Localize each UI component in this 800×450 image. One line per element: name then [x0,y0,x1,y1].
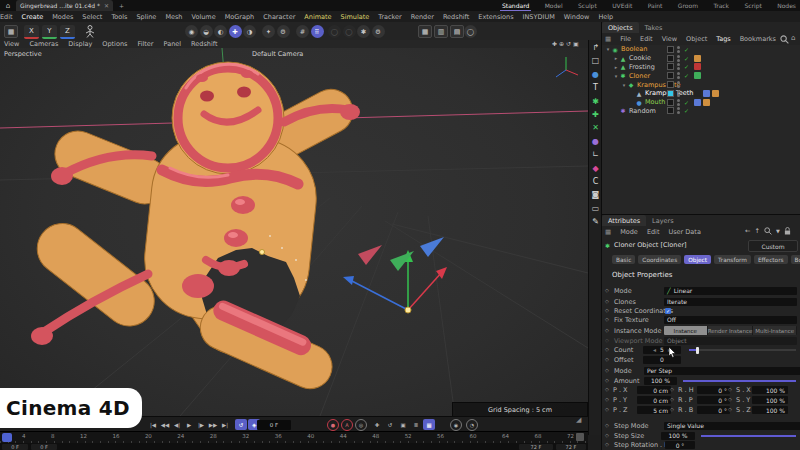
tag-swatch[interactable] [694,99,701,106]
enabled-check-icon[interactable]: ✓ [684,63,689,70]
viewport-menu-item[interactable]: Cameras [29,40,58,48]
mode-dropdown[interactable]: ╱ Linear [664,287,797,295]
count-slider[interactable] [689,349,796,351]
visibility-dots[interactable] [677,46,680,53]
tree-row[interactable]: ▸ ▲ Frosting ✓ [602,63,800,72]
step-mode-dropdown[interactable]: Single Value [664,422,800,430]
tag-swatch[interactable] [703,107,710,114]
visibility-dots[interactable] [677,55,680,62]
key-diamond-icon[interactable]: ◇ [605,298,609,304]
layer-checkbox[interactable] [667,72,674,79]
tag-swatch[interactable] [712,72,719,79]
attr-menu-userdata[interactable]: User Data [668,228,700,236]
side-tool-icon[interactable]: ✚ [592,110,599,120]
menu-item[interactable]: Extensions [478,13,513,21]
key-diamond-icon[interactable]: ◇ [605,327,609,333]
lock-icon[interactable] [784,227,791,235]
visibility-dots[interactable] [677,90,680,97]
key-diamond-icon[interactable]: ◇ [670,396,674,402]
tree-row[interactable]: ▸ ▲ Cookie ✓ [602,54,800,63]
playback-toggle-icon[interactable]: ↺ [235,419,247,430]
per-step-dropdown[interactable]: Per Step [644,367,800,375]
objects-menu-tags[interactable]: Tags [716,35,730,43]
viewport-menu-item[interactable]: Redshift [191,40,217,48]
menu-item[interactable]: Character [263,13,295,21]
position-field[interactable]: 0 cm [637,386,671,394]
tag-swatch[interactable] [712,90,719,97]
tag-swatch[interactable] [712,99,719,106]
3d-viewport[interactable]: Perspective Default Camera Grid Spacing … [0,48,588,416]
tag-swatch[interactable] [703,55,710,62]
enabled-check-icon[interactable]: ✓ [684,99,689,106]
key-diamond-icon[interactable]: ◇ [670,386,674,392]
attr-menu-edit[interactable]: Edit [647,228,660,236]
visibility-dots[interactable] [677,63,680,70]
key-diamond-icon[interactable]: ◇ [605,367,609,373]
mode-box-icon[interactable]: ▦ [605,228,611,236]
move-gizmo[interactable] [343,237,447,313]
workspace-tab[interactable]: Sculpt [576,1,599,10]
tool-icon[interactable]: ⚙ [372,25,385,38]
key-diamond-icon[interactable]: ◇ [728,386,732,392]
instance-option[interactable]: Instance [664,326,708,335]
key-diamond-icon[interactable]: ◇ [670,406,674,412]
close-tab-icon[interactable]: ✕ [104,2,109,9]
range-end-handle[interactable] [576,433,584,441]
side-tool-icon[interactable]: ● [592,137,599,147]
tree-row[interactable]: ▲ Krampus Teeth [602,89,800,98]
tag-swatch[interactable] [703,46,710,53]
layout-icon[interactable]: ▦ [4,25,18,38]
viewport-menu-item[interactable]: Filter [137,40,153,48]
decrement-icon[interactable]: ◂ [653,346,656,353]
tree-row[interactable]: ● Mouth ✓ [602,98,800,107]
amount-slider[interactable] [683,380,796,382]
objects-menu-view[interactable]: View [662,35,677,43]
solo-icon[interactable]: ◉ [450,419,462,431]
side-tool-icon[interactable]: ∟ [592,150,599,160]
layer-checkbox[interactable] [667,107,674,114]
back-arrow-icon[interactable]: ← [745,227,750,235]
layer-checkbox[interactable] [667,90,674,97]
transport-button[interactable]: ▶| [219,419,231,430]
document-tab[interactable]: Gingerbread ...ite 01.c4d * ✕ [16,0,113,11]
layer-checkbox[interactable] [667,99,674,106]
keying-toggle-icon[interactable]: ≣ [410,419,422,430]
attr-menu-mode[interactable]: Mode [620,228,638,236]
menu-item[interactable]: MoGraph [225,13,255,21]
workspace-tab[interactable]: Paint [646,1,665,10]
objects-menu-bookmarks[interactable]: Bookmarks [740,35,776,43]
position-field[interactable]: 0 cm [637,396,671,404]
transport-button[interactable]: ▶ [183,419,195,430]
key-diamond-icon[interactable]: ◇ [605,316,609,322]
transport-button[interactable]: ◀| [171,419,183,430]
object-name[interactable]: Random [627,107,656,115]
tag-swatch[interactable] [694,55,701,62]
side-tool-icon[interactable]: □ [592,56,600,66]
key-diamond-icon[interactable]: ◇ [605,287,609,293]
section-tab[interactable]: Object [684,255,711,264]
tag-swatch[interactable] [703,81,710,88]
viewport-canvas[interactable] [0,48,588,416]
tool-icon[interactable]: ✱ [357,25,370,38]
section-tab[interactable]: Basic [612,255,635,264]
tool-icon[interactable]: ✦ [262,25,275,38]
list-icon[interactable]: ▦ [605,35,611,43]
solo-icon[interactable]: ◔ [466,419,478,431]
rotation-field[interactable]: 0 ° [697,386,730,394]
menu-item[interactable]: Simulate [341,13,370,21]
filter-icon[interactable]: ▼ [776,228,780,234]
tool-icon[interactable]: ◉ [185,25,198,38]
render-icon[interactable]: ▤ [450,25,464,38]
side-tool-icon[interactable]: ▭ [592,204,600,214]
transport-button[interactable]: |◀ [147,419,159,430]
home-icon[interactable]: ⌂ [0,2,16,10]
layer-checkbox[interactable] [667,55,674,62]
fix-texture-dropdown[interactable]: Off [664,316,797,324]
enabled-check-icon[interactable]: ✓ [684,55,689,62]
object-name[interactable]: Mouth [643,98,665,106]
section-tab[interactable]: Coordinates [638,255,681,264]
visibility-dots[interactable] [677,81,680,88]
view-label[interactable]: Perspective [4,50,42,58]
tag-swatch[interactable] [694,72,701,79]
side-tool-icon[interactable]: ✱ [592,97,599,107]
